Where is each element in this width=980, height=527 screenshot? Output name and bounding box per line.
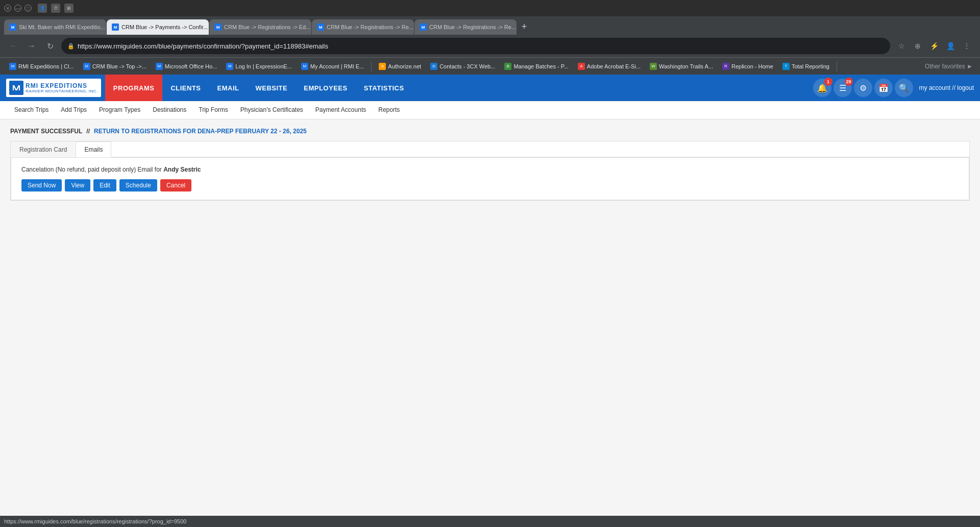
bookmark-rmi-label: RMI Expeditions | Cl...	[18, 63, 74, 69]
logo-icon	[9, 81, 23, 95]
view-button[interactable]: View	[65, 179, 90, 191]
tab-3[interactable]: M CRM Blue -> Registrations -> Ed... ✕	[209, 19, 311, 35]
bookmark-expression[interactable]: M Log In | ExpressionE...	[222, 60, 296, 73]
history-icon[interactable]: ⏱	[51, 4, 60, 13]
bookmark-replicon[interactable]: R Replicon - Home	[718, 60, 777, 73]
tab-4[interactable]: M CRM Blue -> Registrations -> Re... ✕	[312, 19, 414, 35]
nav-clients[interactable]: CLIENTS	[162, 75, 209, 101]
return-registrations-link[interactable]: RETURN TO REGISTRATIONS FOR DENA-PREP FE…	[94, 128, 307, 135]
profile-button[interactable]: 👤	[943, 39, 958, 53]
sub-nav-payment-accounts[interactable]: Payment Accounts	[309, 101, 372, 119]
bookmark-reporting[interactable]: T Total Reporting	[778, 60, 834, 73]
gear-icon: ⚙	[860, 83, 867, 93]
tab-4-label: CRM Blue -> Registrations -> Re...	[327, 24, 413, 30]
tab-2-label: CRM Blue -> Payments -> Confir...	[121, 24, 208, 30]
reload-button[interactable]: ↻	[43, 39, 57, 53]
new-tab-button[interactable]: +	[517, 19, 531, 34]
tab-2[interactable]: M CRM Blue -> Payments -> Confir... ✕	[107, 19, 209, 35]
extensions-button[interactable]: ⚡	[927, 39, 941, 53]
tasks-badge: 29	[845, 78, 853, 86]
cancel-button[interactable]: Cancel	[160, 179, 191, 191]
notifications-button[interactable]: 🔔 1	[813, 79, 831, 97]
settings-button[interactable]: ⚙	[854, 79, 872, 97]
edit-button[interactable]: Edit	[93, 179, 116, 191]
calendar-icon: 📅	[878, 83, 889, 93]
tab-3-favicon: M	[214, 23, 222, 31]
sub-nav-trip-forms[interactable]: Trip Forms	[192, 101, 234, 119]
bookmark-authorize[interactable]: A Authorize.net	[375, 60, 425, 73]
email-card: Cancelation (No refund, paid deposit onl…	[11, 157, 969, 200]
sub-nav-search-trips[interactable]: Search Trips	[8, 101, 55, 119]
bookmark-rmi[interactable]: M RMI Expeditions | Cl...	[5, 60, 78, 73]
content-tabs: Registration Card Emails	[11, 141, 969, 157]
other-favorites-label: Other favorites	[925, 63, 965, 70]
bookmark-crm-top-icon: M	[83, 63, 90, 70]
my-account-link[interactable]: my account // logout	[919, 84, 974, 91]
maximize-button[interactable]: □	[24, 5, 32, 12]
nav-website[interactable]: WEBSITE	[248, 75, 296, 101]
payment-success-bar: PAYMENT SUCCESSFUL // RETURN TO REGISTRA…	[10, 128, 970, 135]
app-navbar: RMI EXPEDITIONS RAINIER MOUNTAINEERING, …	[0, 75, 980, 101]
tasks-button[interactable]: ☰ 29	[834, 79, 852, 97]
bookmarks-more[interactable]: Other favorites ►	[923, 61, 975, 72]
tab-search-button[interactable]: ⊕	[911, 39, 925, 53]
bookmark-washington-label: Washington Trails A...	[659, 63, 713, 69]
url-bar[interactable]: 🔒 https://www.rmiguides.com/blue/payment…	[61, 38, 890, 54]
send-now-button[interactable]: Send Now	[21, 179, 62, 191]
nav-email[interactable]: EMAIL	[209, 75, 248, 101]
status-bar: https://www.rmiguides.com/blue/registrat…	[0, 516, 980, 527]
bookmark-crm-top[interactable]: M CRM Blue -> Top ->...	[79, 60, 151, 73]
bookmark-msoffice-icon: M	[156, 63, 163, 70]
minimize-button[interactable]: —	[14, 5, 21, 12]
grid-icon[interactable]: ⊞	[64, 4, 74, 13]
sub-nav-physician-certs[interactable]: Physician's Certificates	[234, 101, 309, 119]
sub-nav-add-trips[interactable]: Add Trips	[55, 101, 93, 119]
list-icon: ☰	[839, 83, 846, 93]
tab-emails[interactable]: Emails	[76, 141, 111, 157]
logo-title: RMI EXPEDITIONS	[26, 83, 98, 89]
title-bar: ✕ — □ 👤 ⏱ ⊞	[0, 0, 980, 16]
search-button[interactable]: 🔍	[895, 79, 913, 97]
bookmark-msoffice-label: Microsoft Office Ho...	[165, 63, 217, 69]
tab-registration-card[interactable]: Registration Card	[11, 141, 76, 157]
tab-5[interactable]: M CRM Blue -> Registrations -> Re... ✕	[414, 19, 517, 35]
sub-nav-program-types[interactable]: Program Types	[93, 101, 146, 119]
bookmark-star-button[interactable]: ☆	[894, 39, 909, 53]
email-actions: Send Now View Edit Schedule Cancel	[21, 179, 959, 191]
tab-1-favicon: M	[9, 23, 16, 31]
bookmark-expression-label: Log In | ExpressionE...	[235, 63, 291, 69]
bookmark-reporting-label: Total Reporting	[792, 63, 829, 69]
nav-statistics[interactable]: STATISTICS	[356, 75, 412, 101]
forward-button[interactable]: →	[24, 39, 39, 53]
address-bar: ← → ↻ 🔒 https://www.rmiguides.com/blue/p…	[0, 35, 980, 57]
schedule-button[interactable]: Schedule	[119, 179, 157, 191]
tab-5-label: CRM Blue -> Registrations -> Re...	[429, 24, 516, 30]
bookmark-batches-icon: B	[504, 63, 511, 70]
bookmark-replicon-icon: R	[722, 63, 729, 70]
sub-nav-reports[interactable]: Reports	[372, 101, 406, 119]
app-logo: RMI EXPEDITIONS RAINIER MOUNTAINEERING, …	[6, 79, 101, 97]
calendar-button[interactable]: 📅	[874, 79, 893, 97]
nav-employees[interactable]: EMPLOYEES	[296, 75, 355, 101]
bookmark-washington[interactable]: W Washington Trails A...	[646, 60, 717, 73]
bookmark-3cx[interactable]: D Contacts - 3CX Web...	[426, 60, 499, 73]
bookmark-batches[interactable]: B Manage Batches - P...	[500, 60, 572, 73]
bookmark-washington-icon: W	[650, 63, 657, 70]
bookmark-myaccount[interactable]: M My Account | RMI E...	[297, 60, 369, 73]
bookmark-expression-icon: M	[226, 63, 233, 70]
bookmark-msoffice[interactable]: M Microsoft Office Ho...	[152, 60, 222, 73]
bookmark-3cx-label: Contacts - 3CX Web...	[439, 63, 495, 69]
tab-1[interactable]: M Ski Mt. Baker with RMI Expeditio... ✕	[4, 19, 106, 35]
bookmark-3cx-icon: D	[430, 63, 437, 70]
payment-success-text: PAYMENT SUCCESSFUL	[10, 128, 82, 135]
bookmark-adobe[interactable]: A Adobe Acrobat E-Si...	[574, 60, 645, 73]
close-button[interactable]: ✕	[4, 5, 11, 12]
profile-icon[interactable]: 👤	[38, 4, 47, 13]
sub-nav-destinations[interactable]: Destinations	[146, 101, 192, 119]
back-button[interactable]: ←	[6, 39, 20, 53]
nav-programs[interactable]: PROGRAMS	[105, 75, 163, 101]
bookmark-adobe-icon: A	[578, 63, 585, 70]
menu-button[interactable]: ⋮	[960, 39, 974, 53]
email-description: Cancelation (No refund, paid deposit onl…	[21, 166, 959, 173]
logo-subtitle: RAINIER MOUNTAINEERING, INC.	[26, 89, 98, 93]
